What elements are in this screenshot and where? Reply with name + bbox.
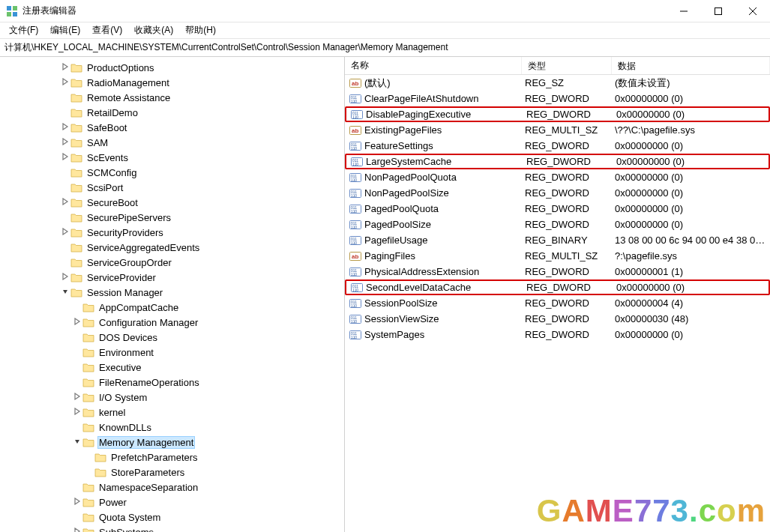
expand-icon[interactable] [60, 198, 70, 207]
collapse-icon[interactable] [72, 438, 82, 447]
tree-item[interactable]: RadioManagement [0, 75, 344, 90]
tree-item[interactable]: FileRenameOperations [0, 375, 344, 390]
value-row[interactable]: PagedPoolQuotaREG_DWORD0x00000000 (0) [345, 201, 770, 217]
tree-item[interactable]: Quota System [0, 510, 344, 525]
folder-icon [82, 497, 94, 507]
folder-icon [82, 302, 94, 312]
expand-icon[interactable] [72, 318, 82, 327]
binary-value-icon [349, 235, 361, 247]
tree-item[interactable]: SecurityProviders [0, 225, 344, 240]
menu-help[interactable]: 帮助(H) [179, 22, 222, 38]
binary-value-icon [349, 297, 361, 309]
value-row[interactable]: SessionViewSizeREG_DWORD0x00000030 (48) [345, 311, 770, 327]
value-type: REG_DWORD [523, 203, 613, 214]
value-row[interactable]: SecondLevelDataCacheREG_DWORD0x00000000 … [345, 279, 770, 295]
tree-item[interactable]: I/O System [0, 390, 344, 405]
column-header-name[interactable]: 名称 [345, 57, 522, 74]
expand-icon[interactable] [60, 273, 70, 282]
expand-icon[interactable] [60, 78, 70, 87]
value-type: REG_DWORD [523, 140, 613, 151]
tree-item[interactable]: AppCompatCache [0, 300, 344, 315]
expand-icon[interactable] [60, 153, 70, 162]
tree-item[interactable]: ServiceAggregatedEvents [0, 240, 344, 255]
value-row[interactable]: (默认)REG_SZ(数值未设置) [345, 75, 770, 91]
tree-item[interactable]: SCMConfig [0, 165, 344, 180]
tree-item[interactable]: kernel [0, 405, 344, 420]
expand-icon[interactable] [72, 408, 82, 417]
value-row[interactable]: SystemPagesREG_DWORD0x00000000 (0) [345, 327, 770, 342]
column-header-data[interactable]: 数据 [612, 57, 770, 74]
minimize-button[interactable] [667, 0, 701, 22]
tree-item[interactable]: DOS Devices [0, 330, 344, 345]
folder-icon [70, 92, 82, 103]
tree-item[interactable]: ScsiPort [0, 180, 344, 195]
tree-item[interactable]: Remote Assistance [0, 90, 344, 105]
menu-edit[interactable]: 编辑(E) [44, 22, 86, 38]
expand-icon[interactable] [60, 63, 70, 72]
value-row[interactable]: PhysicalAddressExtensionREG_DWORD0x00000… [345, 264, 770, 279]
value-name: FeatureSettings [364, 140, 433, 151]
column-header-type[interactable]: 类型 [522, 57, 612, 74]
expand-icon[interactable] [72, 498, 82, 507]
tree-pane[interactable]: ProductOptionsRadioManagement Remote Ass… [0, 57, 345, 532]
value-type: REG_DWORD [525, 156, 615, 167]
value-row[interactable]: DisablePagingExecutiveREG_DWORD0x0000000… [345, 106, 770, 122]
menu-favorites[interactable]: 收藏夹(A) [128, 22, 179, 38]
folder-icon [82, 482, 94, 492]
folder-icon [82, 377, 94, 387]
value-name: PagedPoolQuota [364, 203, 439, 214]
binary-value-icon [349, 219, 361, 231]
tree-item[interactable]: SecureBoot [0, 195, 344, 210]
value-name: LargeSystemCache [366, 156, 451, 167]
menu-view[interactable]: 查看(V) [86, 22, 128, 38]
list-pane[interactable]: 名称 类型 数据 (默认)REG_SZ(数值未设置)ClearPageFileA… [345, 57, 770, 532]
address-bar[interactable]: 计算机\HKEY_LOCAL_MACHINE\SYSTEM\CurrentCon… [0, 39, 770, 57]
tree-item[interactable]: ProductOptions [0, 60, 344, 75]
tree-item[interactable]: SubSystems [0, 525, 344, 532]
maximize-button[interactable] [701, 0, 736, 22]
value-row[interactable]: PagingFilesREG_MULTI_SZ?:\pagefile.sys [345, 248, 770, 264]
tree-item[interactable]: Executive [0, 360, 344, 375]
binary-value-icon [349, 140, 361, 152]
tree-item[interactable]: Session Manager [0, 285, 344, 300]
expand-icon[interactable] [60, 138, 70, 147]
tree-item[interactable]: KnownDLLs [0, 420, 344, 435]
tree-item[interactable]: Configuration Manager [0, 315, 344, 330]
value-row[interactable]: PagedPoolSizeREG_DWORD0x00000000 (0) [345, 217, 770, 232]
value-data: 0x00000000 (0) [615, 282, 769, 293]
expand-icon[interactable] [72, 393, 82, 402]
tree-item-label: Power [97, 496, 128, 509]
value-row[interactable]: PagefileUsageREG_BINARY13 08 00 00 6c 94… [345, 232, 770, 248]
collapse-icon[interactable] [60, 288, 70, 297]
folder-icon [70, 242, 82, 253]
value-type: REG_MULTI_SZ [523, 124, 613, 136]
menu-file[interactable]: 文件(F) [3, 22, 44, 38]
tree-item[interactable]: SAM [0, 135, 344, 150]
expand-icon[interactable] [60, 123, 70, 132]
tree-item[interactable]: Memory Management [0, 435, 344, 450]
close-button[interactable] [736, 0, 770, 22]
expand-icon[interactable] [72, 528, 82, 532]
value-row[interactable]: ClearPageFileAtShutdownREG_DWORD0x000000… [345, 91, 770, 106]
tree-item[interactable]: ScEvents [0, 150, 344, 165]
value-row[interactable]: SessionPoolSizeREG_DWORD0x00000004 (4) [345, 295, 770, 311]
tree-item[interactable]: Power [0, 495, 344, 510]
value-row[interactable]: NonPagedPoolQuotaREG_DWORD0x00000000 (0) [345, 169, 770, 185]
tree-item[interactable]: Environment [0, 345, 344, 360]
tree-item[interactable]: SafeBoot [0, 120, 344, 135]
tree-item[interactable]: RetailDemo [0, 105, 344, 120]
tree-item[interactable]: NamespaceSeparation [0, 480, 344, 495]
expand-icon[interactable] [60, 228, 70, 237]
tree-item[interactable]: ServiceGroupOrder [0, 255, 344, 270]
value-data: 0x00000000 (0) [613, 172, 770, 183]
value-row[interactable]: FeatureSettingsREG_DWORD0x00000000 (0) [345, 138, 770, 154]
tree-item[interactable]: SecurePipeServers [0, 210, 344, 225]
tree-item[interactable]: PrefetchParameters [0, 450, 344, 465]
tree-item[interactable]: StoreParameters [0, 465, 344, 480]
value-row[interactable]: NonPagedPoolSizeREG_DWORD0x00000000 (0) [345, 185, 770, 201]
value-row[interactable]: ExistingPageFilesREG_MULTI_SZ\??\C:\page… [345, 122, 770, 138]
tree-item[interactable]: ServiceProvider [0, 270, 344, 285]
value-row[interactable]: LargeSystemCacheREG_DWORD0x00000000 (0) [345, 154, 770, 169]
tree-item-label: SubSystems [97, 526, 155, 533]
binary-value-icon [349, 203, 361, 215]
